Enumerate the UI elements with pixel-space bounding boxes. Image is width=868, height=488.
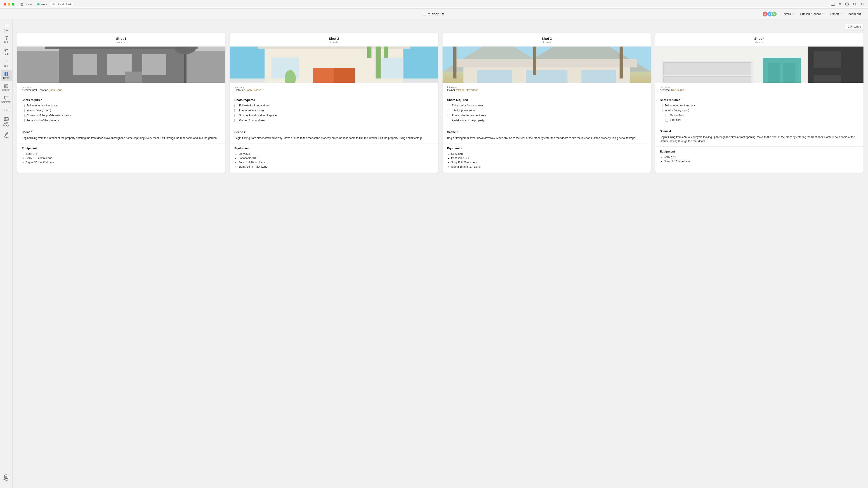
sidebar-item-line[interactable]: Line bbox=[1, 58, 12, 69]
shot2-interview-role-person: Historian John Crosse bbox=[235, 89, 434, 92]
shot2-checkbox1[interactable] bbox=[235, 104, 237, 107]
svg-rect-96 bbox=[664, 76, 751, 83]
shot1-checkbox2[interactable] bbox=[22, 109, 25, 112]
note-label: Note bbox=[4, 29, 8, 31]
shot4-check1: Full exterior front and rear bbox=[660, 104, 859, 107]
shot3-person-link[interactable]: Michael Haverland bbox=[456, 89, 478, 92]
sidebar-item-column[interactable]: Column bbox=[1, 82, 12, 93]
shot2-equip4: Sigma 35 mm f1.4 Lens bbox=[239, 165, 434, 168]
shot2-scene-text: Begin filming from street down driveway.… bbox=[235, 136, 434, 140]
svg-rect-85 bbox=[533, 46, 536, 75]
todo-label: To-do bbox=[3, 53, 9, 55]
search-icon[interactable] bbox=[852, 2, 857, 6]
minimize-button[interactable] bbox=[8, 3, 10, 6]
sidebar-item-comment[interactable]: Comment bbox=[1, 94, 12, 105]
link-label: Link bbox=[4, 41, 8, 43]
shot1-scene-text: Begin filming from the interior of the p… bbox=[22, 136, 221, 140]
shot3-checkbox1[interactable] bbox=[447, 104, 450, 107]
trash-icon bbox=[4, 474, 8, 479]
tab-work[interactable]: Work bbox=[35, 2, 49, 7]
shot2-interview-type: Interview bbox=[235, 86, 434, 89]
shot4-equip2: Sony f1.8 28mm Lens bbox=[664, 160, 859, 163]
tab-bar: M Home Work Film shot list bbox=[18, 2, 73, 7]
shot1-role: Architectural Historian bbox=[22, 89, 48, 92]
shot1-shots-title: Shots required bbox=[22, 98, 221, 102]
board-icon bbox=[4, 72, 8, 76]
sidebar-item-more[interactable] bbox=[1, 106, 12, 114]
svg-rect-73 bbox=[456, 59, 637, 67]
editors-button[interactable]: Editors bbox=[780, 11, 796, 17]
sidebar-item-note[interactable]: Note bbox=[1, 22, 12, 33]
svg-rect-99 bbox=[768, 63, 780, 83]
svg-point-26 bbox=[7, 109, 8, 110]
help-icon[interactable]: ? bbox=[845, 2, 849, 6]
sidebar-item-draw[interactable]: Draw bbox=[1, 129, 12, 140]
tab-film-shot-list[interactable]: Film shot list bbox=[50, 2, 73, 7]
svg-text:M: M bbox=[21, 3, 23, 5]
shot1-interview-type: Interview bbox=[22, 86, 221, 89]
shot4-checkbox2[interactable] bbox=[660, 109, 663, 112]
shot2-person-link[interactable]: John Crosse bbox=[246, 89, 261, 92]
svg-rect-9 bbox=[5, 26, 8, 26]
maximize-button[interactable] bbox=[12, 3, 14, 6]
svg-point-25 bbox=[6, 109, 7, 110]
svg-rect-11 bbox=[5, 49, 6, 50]
svg-rect-56 bbox=[334, 68, 355, 83]
sidebar-item-todo[interactable]: To-do bbox=[1, 46, 12, 57]
shot1-checkbox1[interactable] bbox=[22, 104, 25, 107]
shot3-equip1: Sony a7iii bbox=[451, 152, 646, 156]
shot4-person-link[interactable]: Ron Burkle bbox=[671, 89, 684, 92]
header-right: A B C Editors Publish & share Export Zoo… bbox=[762, 11, 863, 17]
screen-icon[interactable] bbox=[831, 2, 835, 6]
sidebar-item-trash[interactable]: Trash bbox=[1, 473, 12, 484]
shot1-checkbox3[interactable] bbox=[22, 114, 25, 117]
sort-button[interactable]: 0 Unsorted bbox=[845, 24, 864, 29]
shot3-checkbox4[interactable] bbox=[447, 119, 450, 122]
shot4-subcheckbox1[interactable] bbox=[665, 114, 668, 117]
sidebar-item-add-image[interactable]: Add image bbox=[1, 115, 12, 129]
shot3-checkbox2[interactable] bbox=[447, 109, 450, 112]
shot1-checkbox4[interactable] bbox=[22, 119, 25, 122]
shot2-checkbox3[interactable] bbox=[235, 114, 237, 117]
bell-icon[interactable] bbox=[860, 2, 864, 6]
shot2-checkbox2[interactable] bbox=[235, 109, 237, 112]
shot1-person-link[interactable]: Joan Gand bbox=[49, 89, 62, 92]
shot3-checkbox3[interactable] bbox=[447, 114, 450, 117]
tab-home[interactable]: M Home bbox=[18, 2, 34, 7]
svg-point-6 bbox=[853, 3, 856, 5]
svg-rect-76 bbox=[581, 70, 616, 83]
publish-button[interactable]: Publish & share bbox=[798, 11, 826, 17]
shot4-subcheckbox2[interactable] bbox=[665, 119, 668, 122]
avatar-group: A B C bbox=[762, 11, 777, 17]
main-layout: Note Link To-do bbox=[0, 20, 868, 488]
shot3-scene-title: Scene 3 bbox=[447, 130, 646, 134]
sidebar-item-board[interactable]: Board bbox=[1, 70, 12, 81]
shot4-equip-title: Equipment bbox=[660, 150, 859, 153]
svg-rect-55 bbox=[313, 68, 334, 83]
shot3-role: Owner bbox=[447, 89, 455, 92]
shot2-scene-title: Scene 2 bbox=[235, 130, 434, 134]
shot2-checkbox4[interactable] bbox=[235, 119, 237, 122]
card-shot3-subtitle: 4 cards bbox=[447, 41, 646, 43]
close-button[interactable] bbox=[4, 3, 6, 6]
svg-rect-16 bbox=[4, 72, 6, 74]
card-shot1-scene: Scene 1 Begin filming from the interior … bbox=[17, 127, 225, 143]
comment-label: Comment bbox=[1, 101, 11, 103]
card-shot3-header: Shot 3 4 cards bbox=[442, 33, 651, 46]
sidebar-item-link[interactable]: Link bbox=[1, 34, 12, 45]
export-button[interactable]: Export bbox=[829, 11, 844, 17]
titlebar-right: 21 ? bbox=[831, 2, 864, 6]
line-icon bbox=[4, 60, 8, 64]
card-shot3: Shot 3 4 cards bbox=[442, 33, 651, 173]
card-shot1-header: Shot 1 4 cards bbox=[17, 33, 225, 46]
card-shot2-scene: Scene 2 Begin filming from street down d… bbox=[230, 127, 438, 143]
shot1-scene-title: Scene 1 bbox=[22, 130, 221, 134]
comment-icon bbox=[4, 96, 8, 100]
shot4-interview-type: Interview bbox=[660, 86, 859, 89]
cards-grid: Shot 1 4 cards bbox=[17, 33, 864, 173]
zoom-button[interactable]: Zoom out bbox=[846, 11, 863, 17]
shot4-checkbox1[interactable] bbox=[660, 104, 663, 107]
shot3-equip-title: Equipment bbox=[447, 147, 646, 150]
shot1-interview-role-person: Architectural Historian Joan Gand bbox=[22, 89, 221, 92]
shot3-shots-title: Shots required bbox=[447, 98, 646, 102]
